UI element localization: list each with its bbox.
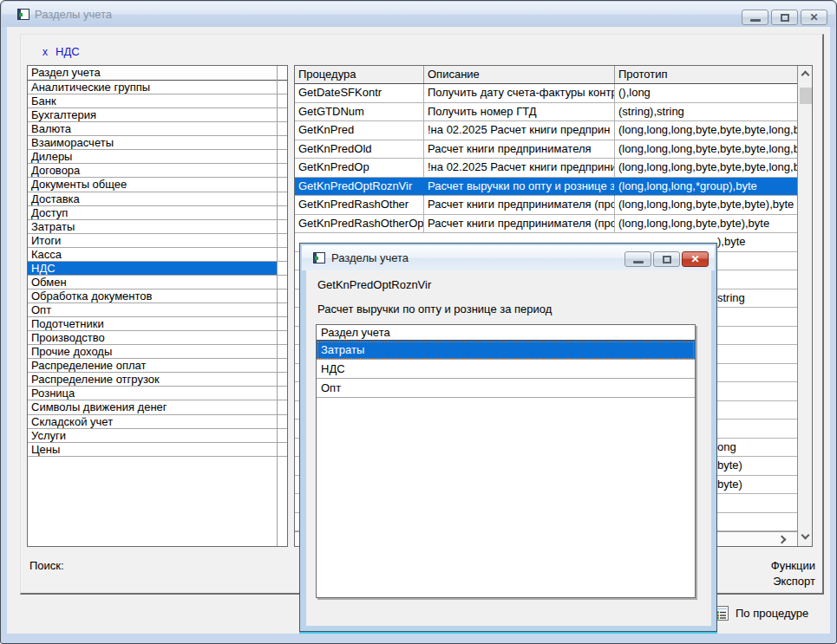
list-item[interactable]: Взаиморасчеты — [28, 136, 287, 150]
list-item[interactable]: Аналитические группы — [28, 81, 287, 94]
column-header-procedure[interactable]: Процедура — [295, 66, 424, 83]
minimize-icon — [750, 19, 761, 22]
table-row[interactable]: GetKnPredOldРасчет книги предпринимателя… — [295, 140, 797, 159]
table-row[interactable]: GetKnPred!на 02.2025 Расчет книги предпр… — [295, 121, 797, 140]
cell-procedure: GetKnPredOptRoznVir — [295, 178, 424, 197]
list-item-label: Итоги — [28, 234, 287, 247]
list-item-label: НДС — [28, 262, 287, 275]
list-item[interactable]: Услуги — [28, 429, 287, 443]
dialog-procedure-description: Расчет выручки по опту и рознице за пери… — [317, 302, 552, 315]
cell-prototype: (long,long,long,byte,byte,byte),byte — [615, 196, 797, 215]
list-item-label: Бухгалтерия — [28, 108, 287, 121]
table-row[interactable]: GetKnPredOp!на 02.2025 Расчет книги пред… — [295, 159, 797, 178]
dialog-minimize-button[interactable] — [624, 251, 651, 267]
cell-prototype-fragment: ),byte — [717, 233, 746, 250]
list-item[interactable]: Складской учет — [28, 415, 287, 429]
list-item[interactable]: Банк — [28, 94, 287, 108]
dialog-restore-button[interactable] — [653, 251, 680, 267]
list-item[interactable]: Затраты — [28, 220, 287, 234]
dialog-list-item[interactable]: Опт — [317, 379, 695, 398]
list-item[interactable]: Бухгалтерия — [28, 108, 287, 122]
list-item[interactable]: Итоги — [28, 234, 287, 248]
dialog-titlebar: Разделы учета ✕ — [302, 245, 715, 270]
minimize-button[interactable] — [742, 10, 768, 25]
list-item[interactable]: Подотчетники — [28, 317, 287, 331]
scroll-right-icon[interactable] — [778, 536, 787, 544]
minimize-icon — [633, 261, 644, 263]
scroll-up-icon[interactable] — [801, 71, 810, 80]
procedure-dialog: Разделы учета ✕ GetKnPredOptRoznVir Расч… — [299, 243, 717, 632]
main-window: Разделы учета ✕ xНДС Раздел учета Аналит… — [0, 0, 837, 644]
dialog-list-item[interactable]: Затраты — [317, 341, 695, 360]
procedures-table-header: Процедура Описание Прототип — [295, 66, 797, 84]
scrollbar-thumb[interactable] — [800, 88, 812, 104]
list-item[interactable]: Доступ — [28, 206, 287, 220]
list-item[interactable]: Касса — [28, 248, 287, 262]
view-mode-control[interactable]: По процедуре — [714, 606, 808, 621]
list-item[interactable]: Цены — [28, 443, 287, 457]
list-item[interactable]: Обмен — [28, 276, 287, 289]
dialog-title: Разделы учета — [331, 251, 409, 264]
export-link[interactable]: Экспорт — [773, 575, 815, 588]
dialog-list-item[interactable]: НДС — [317, 360, 695, 379]
cell-procedure: GetGTDNum — [295, 103, 424, 122]
dialog-icon — [313, 252, 325, 263]
tab-nds[interactable]: xНДС — [43, 45, 80, 58]
list-item[interactable]: Договора — [28, 164, 287, 178]
cell-prototype: (long,long,long,*group),byte — [615, 178, 797, 197]
list-item-label: Услуги — [28, 429, 287, 442]
list-item-label: Подотчетники — [28, 317, 287, 330]
list-item[interactable]: Дилеры — [28, 150, 287, 164]
list-item-label: Затраты — [28, 220, 287, 233]
list-item[interactable]: Производство — [28, 331, 287, 345]
list-item[interactable]: Опт — [28, 303, 287, 317]
dialog-close-button[interactable]: ✕ — [682, 251, 709, 267]
tab-close-icon[interactable]: x — [43, 46, 48, 58]
column-header-prototype[interactable]: Прототип — [615, 66, 797, 83]
dialog-content: GetKnPredOptRoznVir Расчет выручки по оп… — [306, 270, 711, 626]
list-item-label: Касса — [28, 248, 287, 261]
list-item-label: Обработка документов — [28, 289, 287, 302]
sections-list-body: Аналитические группыБанкБухгалтерияВалют… — [28, 81, 287, 457]
list-item-label: Договора — [28, 164, 287, 177]
table-row[interactable]: GetGTDNumПолучить номер ГТД(string),stri… — [295, 103, 797, 122]
cell-description: Получить дату счета-фактуры контр — [424, 84, 615, 103]
list-item[interactable]: Распределение оплат — [28, 359, 287, 373]
maximize-button[interactable] — [771, 10, 798, 25]
list-item[interactable]: Обработка документов — [28, 289, 287, 303]
table-row[interactable]: GetKnPredOptRoznVirРасчет выручки по опт… — [295, 178, 797, 197]
cell-prototype: (long,long,long,byte,byte,byte,long,b — [615, 140, 797, 159]
cell-prototype: (string),string — [615, 103, 797, 122]
list-item-label: Распределение оплат — [28, 359, 287, 372]
table-row[interactable]: GetKnPredRashOtherРасчет книги предприни… — [295, 196, 797, 215]
list-item[interactable]: Валюта — [28, 122, 287, 136]
tab-label[interactable]: НДС — [56, 45, 80, 58]
cell-description: Расчет книги предпринимателя (про — [424, 196, 615, 215]
list-item[interactable]: Документы общее — [28, 178, 287, 192]
list-item-label: Взаиморасчеты — [28, 136, 287, 149]
cell-prototype: (long,long,long,byte,byte),byte — [615, 215, 797, 234]
cell-prototype-fragment: byte) — [717, 457, 742, 474]
close-button[interactable]: ✕ — [801, 10, 827, 25]
list-item[interactable]: Доставка — [28, 192, 287, 206]
search-label: Поиск: — [29, 559, 64, 572]
sections-list: Раздел учета Аналитические группыБанкБух… — [27, 65, 288, 547]
list-item[interactable]: Распределение отгрузок — [28, 373, 287, 387]
dialog-list-header: Раздел учета — [317, 325, 695, 341]
vertical-scrollbar[interactable] — [797, 66, 813, 546]
list-item[interactable]: Розница — [28, 387, 287, 400]
functions-link[interactable]: Функции — [771, 559, 815, 572]
cell-procedure: GetDateSFKontr — [295, 84, 424, 103]
list-item-label: Опт — [28, 303, 287, 316]
table-row[interactable]: GetKnPredRashOtherOplРасчет книги предпр… — [295, 215, 797, 234]
list-item[interactable]: НДС — [28, 262, 287, 276]
table-row[interactable]: GetDateSFKontrПолучить дату счета-фактур… — [295, 84, 797, 103]
list-item[interactable]: Прочие доходы — [28, 345, 287, 359]
list-item[interactable]: Символы движения денег — [28, 400, 287, 414]
window-title: Разделы учета — [35, 8, 112, 21]
list-item-label: Валюта — [28, 122, 287, 135]
scroll-down-icon[interactable] — [801, 531, 810, 540]
list-item-label: Документы общее — [28, 178, 287, 191]
sections-list-header: Раздел учета — [28, 66, 287, 81]
column-header-description[interactable]: Описание — [424, 66, 615, 83]
